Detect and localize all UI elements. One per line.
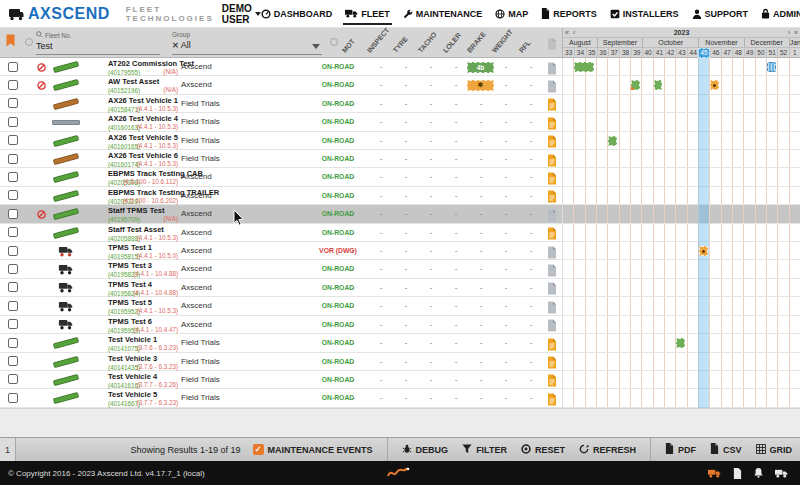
row-checkbox[interactable] [8, 227, 18, 237]
debug-button[interactable]: DEBUG [402, 444, 449, 456]
cell-inspect: - [376, 58, 386, 76]
row-checkbox[interactable] [8, 246, 18, 256]
brake-score-badge[interactable]: 4b [467, 62, 494, 73]
timeline-week: 51 [766, 48, 777, 58]
maintenance-events-button[interactable]: ✓MAINTENANCE EVENTS [253, 444, 373, 455]
timeline-event[interactable] [710, 80, 719, 90]
row-checkbox[interactable] [8, 338, 18, 348]
cell-brake: - [476, 150, 486, 168]
table-row[interactable]: Test Vehicle 4(40141616)(3.7.7 - 6.3.26)… [0, 371, 800, 389]
row-checkbox[interactable] [8, 374, 18, 384]
table-row[interactable]: EBPMS Track Testing TRAILER(40205329)(4.… [0, 187, 800, 205]
nav-installers[interactable]: INSTALLERS [610, 9, 679, 19]
page-number[interactable]: 1 [0, 438, 16, 461]
row-checkbox[interactable] [8, 62, 18, 72]
nav-map[interactable]: MAP [495, 9, 528, 19]
row-checkbox[interactable] [8, 356, 18, 366]
group-name: Axscend [181, 168, 212, 186]
row-checkbox[interactable] [8, 98, 18, 108]
truck-icon[interactable] [775, 469, 788, 478]
fleet-no-input[interactable]: Test [36, 41, 160, 51]
nav-maintenance[interactable]: MAINTENANCE [403, 9, 483, 19]
cell-tyre: - [401, 224, 411, 242]
clear-group-icon[interactable]: ✕ [172, 41, 179, 50]
table-row[interactable]: EBPMS Track Testing CAB(40205398)(4.5.10… [0, 168, 800, 186]
cell-inspect: - [376, 316, 386, 334]
row-checkbox[interactable] [8, 393, 18, 403]
row-checkbox[interactable] [8, 172, 18, 182]
document-icon[interactable] [733, 468, 742, 479]
cell-mot: - [348, 279, 358, 297]
timeline-event[interactable] [574, 62, 594, 72]
button-label: RESET [535, 445, 565, 455]
table-row[interactable]: Test Vehicle 3(40141435)(3.7.6 - 6.3.23)… [0, 353, 800, 371]
table-row[interactable]: Staff Test Asset(40205888)(4.4.1 - 10.5.… [0, 224, 800, 242]
cell-tacho: - [426, 205, 436, 223]
row-checkbox[interactable] [8, 264, 18, 274]
user-menu[interactable]: DEMO USER [222, 3, 261, 25]
timeline-event[interactable] [631, 80, 640, 90]
nav-reports[interactable]: REPORTS [541, 8, 597, 19]
refresh-button[interactable]: REFRESH [579, 444, 636, 456]
table-row[interactable]: AW Test Asset(40152196)(N/A)AxscendON-RO… [0, 76, 800, 94]
table-row[interactable]: TPMS Test 3(40195823)(4.4.1 - 10.4.88)Ax… [0, 260, 800, 278]
timeline-week: 39 [631, 48, 642, 58]
firmware-version: (4.4.1 - 10.5.3) [118, 142, 178, 149]
table-row[interactable]: AX26 Test Vehicle 4(40160163)(4.4.1 - 10… [0, 113, 800, 131]
table-row[interactable]: TPMS Test 5(40195952)(4.4.1 - 10.5.3)Axs… [0, 297, 800, 315]
truck-orange-icon[interactable] [708, 469, 721, 478]
row-checkbox[interactable] [8, 209, 18, 219]
row-checkbox[interactable] [8, 319, 18, 329]
table-row[interactable]: AX26 Test Vehicle 1(40158471)(4.4.1 - 10… [0, 95, 800, 113]
timeline-prev-fast-icon[interactable]: « [563, 29, 571, 36]
grid-button[interactable]: GRID [756, 444, 793, 456]
timeline-event[interactable] [608, 136, 617, 146]
bell-icon[interactable] [754, 468, 763, 478]
reset-button[interactable]: RESET [521, 444, 565, 456]
table-row[interactable]: AT202 Commission Test(40179555)(N/A)Axsc… [0, 58, 800, 76]
table-row[interactable]: TPMS Test 4(40195824)(4.4.1 - 10.4.88)Ax… [0, 279, 800, 297]
row-checkbox[interactable] [8, 190, 18, 200]
axscend-logo-icon [8, 7, 24, 21]
row-checkbox[interactable] [8, 135, 18, 145]
pdf-button[interactable]: PDF [665, 443, 696, 456]
row-checkbox[interactable] [8, 154, 18, 164]
table-row[interactable]: Staff TPMS Test(40195709)(N/A)AxscendON-… [0, 205, 800, 223]
nav-admin[interactable]: ADMIN [761, 8, 800, 19]
nav-fleet[interactable]: FLEET [345, 9, 390, 19]
nav-support[interactable]: SUPPORT [692, 9, 749, 19]
csv-button[interactable]: CSV [710, 443, 742, 456]
link-toggle-icon[interactable] [25, 38, 33, 46]
row-checkbox[interactable] [8, 282, 18, 292]
table-row[interactable]: AX26 Test Vehicle 5(40160165)(4.4.1 - 10… [0, 132, 800, 150]
table-row[interactable]: TPMS Test 1(40195815)(4.4.1 - 10.5.0)Axs… [0, 242, 800, 260]
row-checkbox[interactable] [8, 301, 18, 311]
table-row[interactable]: AX26 Test Vehicle 6(40160174)(4.4.1 - 10… [0, 150, 800, 168]
cell-inspect: - [376, 205, 386, 223]
copyright-text: © Copyright 2016 - 2023 Axscend Ltd. v4.… [8, 469, 205, 478]
bookmark-icon[interactable] [6, 33, 15, 51]
timeline-event[interactable] [767, 62, 776, 72]
firmware-version: (4.4.1 - 10.5.3) [118, 105, 178, 112]
nav-dashboard[interactable]: DASHBOARD [261, 9, 333, 19]
cell-tyre: - [401, 371, 411, 389]
cell-tyre: - [401, 389, 411, 407]
brake-score-badge[interactable]: ✱ [467, 80, 494, 91]
link-toggle-icon[interactable] [330, 38, 338, 46]
cell-weight: - [501, 371, 511, 389]
row-checkbox[interactable] [8, 117, 18, 127]
timeline-event[interactable] [699, 246, 708, 256]
cell-loler: - [451, 297, 461, 315]
timeline-event[interactable] [676, 338, 685, 348]
fleet-no-field[interactable]: Fleet No. Test [36, 30, 160, 55]
row-checkbox[interactable] [8, 80, 18, 90]
group-field[interactable]: Group ✕ All [172, 30, 322, 55]
filter-button[interactable]: FILTER [462, 444, 507, 456]
timeline-event[interactable] [654, 80, 663, 90]
dropdown-caret-icon[interactable] [312, 44, 320, 49]
axscend-swoosh-icon [386, 466, 412, 482]
timeline-next-fast-icon[interactable]: » [792, 29, 800, 36]
table-row[interactable]: Test Vehicle 1(40141075)(3.7.6 - 6.3.23)… [0, 334, 800, 352]
table-row[interactable]: Test Vehicle 5(40141667)(3.7.7 - 6.3.23)… [0, 389, 800, 407]
table-row[interactable]: TPMS Test 6(40195953)(4.4.1 - 10.4.47)Ax… [0, 316, 800, 334]
